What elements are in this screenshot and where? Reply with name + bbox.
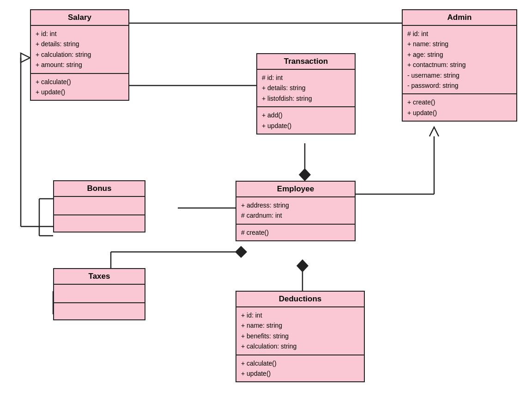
svg-marker-17 bbox=[297, 260, 308, 272]
uml-diagram: Salary + id: int + details: string + cal… bbox=[0, 0, 532, 416]
taxes-title: Taxes bbox=[54, 269, 145, 285]
salary-attributes: + id: int + details: string + calculatio… bbox=[31, 26, 128, 74]
deductions-title: Deductions bbox=[236, 292, 364, 307]
admin-title: Admin bbox=[403, 10, 516, 26]
salary-methods: + calculate() + update() bbox=[31, 74, 128, 100]
admin-attributes: # id: int + name: string + age: string +… bbox=[403, 26, 516, 94]
employee-class: Employee + address: string # cardnum: in… bbox=[236, 181, 356, 241]
svg-marker-5 bbox=[299, 169, 310, 181]
admin-methods: + create() + update() bbox=[403, 94, 516, 121]
svg-marker-12 bbox=[236, 246, 247, 257]
salary-class: Salary + id: int + details: string + cal… bbox=[30, 9, 129, 101]
taxes-methods bbox=[54, 303, 145, 319]
admin-class: Admin # id: int + name: string + age: st… bbox=[402, 9, 517, 122]
taxes-attributes bbox=[54, 285, 145, 303]
taxes-class: Taxes bbox=[53, 268, 145, 320]
deductions-class: Deductions + id: int + name: string + be… bbox=[236, 291, 365, 382]
transaction-methods: + add() + update() bbox=[257, 107, 355, 134]
employee-title: Employee bbox=[236, 182, 355, 197]
employee-methods: # create() bbox=[236, 225, 355, 240]
deductions-attributes: + id: int + name: string + benefits: str… bbox=[236, 307, 364, 355]
transaction-title: Transaction bbox=[257, 54, 355, 70]
transaction-attributes: # id: int + details: string + listofdish… bbox=[257, 70, 355, 107]
transaction-class: Transaction # id: int + details: string … bbox=[256, 53, 356, 135]
bonus-class: Bonus bbox=[53, 180, 145, 232]
bonus-title: Bonus bbox=[54, 181, 145, 197]
bonus-attributes bbox=[54, 197, 145, 215]
employee-attributes: + address: string # cardnum: int bbox=[236, 197, 355, 225]
salary-title: Salary bbox=[31, 10, 128, 26]
bonus-methods bbox=[54, 215, 145, 232]
deductions-methods: + calculate() + update() bbox=[236, 355, 364, 382]
